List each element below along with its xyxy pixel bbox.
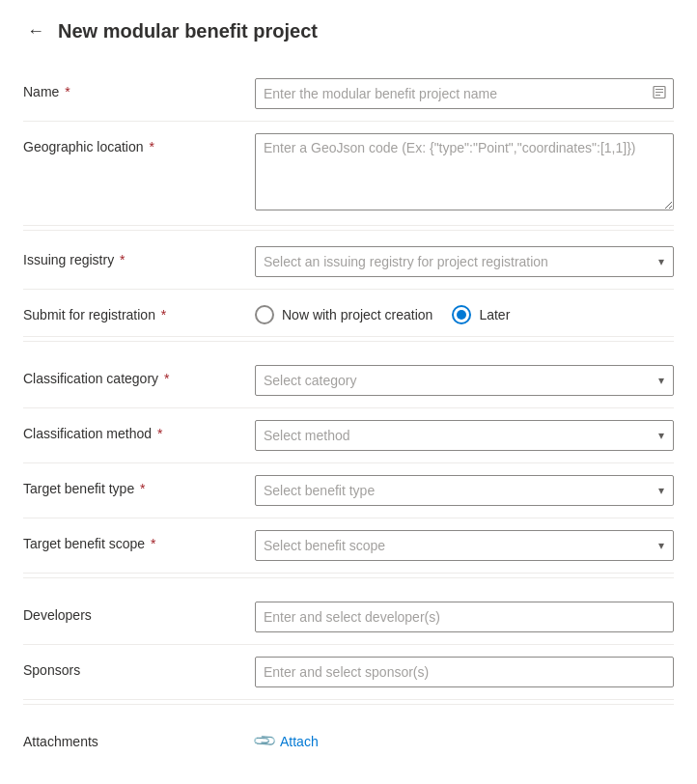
classification-category-label: Classification category * bbox=[23, 365, 255, 386]
developers-wrap bbox=[255, 602, 674, 632]
section-gap-3 bbox=[23, 709, 674, 716]
classification-category-row: Classification category * Select categor… bbox=[23, 353, 674, 408]
target-benefit-scope-wrap: Select benefit scope ▾ bbox=[255, 530, 674, 561]
back-button[interactable]: ← bbox=[23, 19, 48, 43]
target-benefit-type-wrap: Select benefit type ▾ bbox=[255, 475, 674, 506]
sponsors-label: Sponsors bbox=[23, 657, 255, 678]
submit-registration-row: Submit for registration * Now with proje… bbox=[23, 290, 674, 337]
classification-method-wrap: Select method ▾ bbox=[255, 420, 674, 451]
radio-circle-now bbox=[255, 305, 274, 324]
name-input[interactable] bbox=[255, 78, 674, 109]
sponsors-row: Sponsors bbox=[23, 645, 674, 700]
geographic-location-input[interactable] bbox=[255, 133, 674, 210]
page-header: ← New modular benefit project bbox=[23, 19, 674, 43]
classification-category-select[interactable]: Select category bbox=[255, 365, 674, 396]
submit-registration-wrap: Now with project creation Later bbox=[255, 301, 674, 324]
target-benefit-type-label: Target benefit type * bbox=[23, 475, 255, 496]
sponsors-wrap bbox=[255, 657, 674, 687]
radio-option-later[interactable]: Later bbox=[452, 305, 510, 324]
classification-method-select[interactable]: Select method bbox=[255, 420, 674, 451]
name-row: Name * bbox=[23, 67, 674, 122]
radio-label-now: Now with project creation bbox=[282, 307, 432, 322]
page-title: New modular benefit project bbox=[58, 20, 318, 42]
section-gap-2 bbox=[23, 582, 674, 590]
issuing-registry-wrap: Select an issuing registry for project r… bbox=[255, 246, 674, 277]
attachments-row: Attachments 📎 Attach bbox=[23, 716, 674, 766]
sponsors-input[interactable] bbox=[255, 657, 674, 687]
attachments-wrap: 📎 Attach bbox=[255, 728, 674, 754]
classification-category-select-wrapper: Select category ▾ bbox=[255, 365, 674, 396]
divider-2 bbox=[23, 341, 674, 342]
name-field-icon bbox=[653, 86, 666, 102]
classification-method-select-wrapper: Select method ▾ bbox=[255, 420, 674, 451]
section-gap-1 bbox=[23, 346, 674, 353]
issuing-registry-select-wrapper: Select an issuing registry for project r… bbox=[255, 246, 674, 277]
target-benefit-type-row: Target benefit type * Select benefit typ… bbox=[23, 463, 674, 518]
issuing-registry-label: Issuing registry * bbox=[23, 246, 255, 267]
back-icon: ← bbox=[27, 21, 44, 42]
developers-row: Developers bbox=[23, 590, 674, 645]
radio-circle-later bbox=[452, 305, 471, 324]
issuing-registry-select[interactable]: Select an issuing registry for project r… bbox=[255, 246, 674, 277]
radio-label-later: Later bbox=[479, 307, 510, 322]
paperclip-icon: 📎 bbox=[251, 728, 278, 755]
target-benefit-type-select[interactable]: Select benefit type bbox=[255, 475, 674, 506]
classification-method-row: Classification method * Select method ▾ bbox=[23, 408, 674, 463]
geographic-location-wrap bbox=[255, 133, 674, 213]
geographic-location-label: Geographic location * bbox=[23, 133, 255, 154]
name-label: Name * bbox=[23, 78, 255, 99]
issuing-registry-row: Issuing registry * Select an issuing reg… bbox=[23, 235, 674, 290]
divider-3 bbox=[23, 577, 674, 578]
divider-1 bbox=[23, 230, 674, 231]
name-field-wrap bbox=[255, 78, 674, 109]
target-benefit-scope-row: Target benefit scope * Select benefit sc… bbox=[23, 518, 674, 574]
geographic-location-row: Geographic location * bbox=[23, 122, 674, 226]
target-benefit-type-select-wrapper: Select benefit type ▾ bbox=[255, 475, 674, 506]
submit-registration-label: Submit for registration * bbox=[23, 301, 255, 322]
submit-registration-radio-group: Now with project creation Later bbox=[255, 301, 674, 324]
radio-option-now[interactable]: Now with project creation bbox=[255, 305, 432, 324]
target-benefit-scope-label: Target benefit scope * bbox=[23, 530, 255, 551]
classification-method-label: Classification method * bbox=[23, 420, 255, 441]
target-benefit-scope-select-wrapper: Select benefit scope ▾ bbox=[255, 530, 674, 561]
classification-category-wrap: Select category ▾ bbox=[255, 365, 674, 396]
required-marker: * bbox=[61, 84, 70, 99]
developers-input[interactable] bbox=[255, 602, 674, 632]
attach-button[interactable]: 📎 Attach bbox=[255, 728, 319, 754]
attachments-label: Attachments bbox=[23, 728, 255, 749]
attach-label: Attach bbox=[280, 734, 319, 749]
divider-4 bbox=[23, 704, 674, 705]
developers-label: Developers bbox=[23, 602, 255, 623]
target-benefit-scope-select[interactable]: Select benefit scope bbox=[255, 530, 674, 561]
